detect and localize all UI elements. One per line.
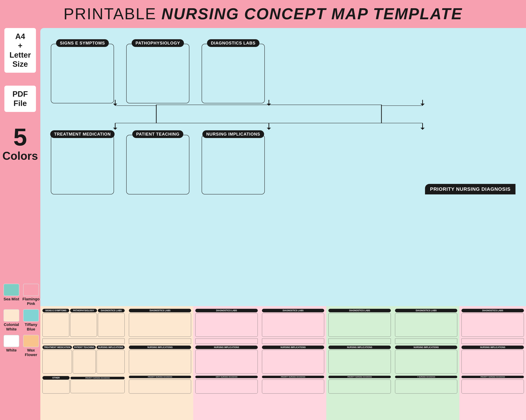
thumb1-label-patient: PATIENT TEACHING — [73, 346, 96, 349]
page-title: PRINTABLE NURSING CONCEPT MAP TEMPLATE — [0, 5, 526, 23]
svg-marker-1 — [113, 104, 117, 106]
thumb1-top-row: SIGNS E SYMPTOMS PATHOPHYSIOLOGY DIAGNOS… — [42, 309, 125, 337]
thumb7-top-row: DIAGNOSTICS LABS — [462, 309, 524, 337]
thumb1-col-patho: PATHOPHYSIOLOGY — [70, 309, 97, 337]
label-patient-teaching: PATIENT TEACHING — [132, 130, 183, 138]
swatch-label-flamingo: Flamingo Pink — [22, 297, 40, 306]
thumb5-col-diag: DIAGNOSTICS LABS — [328, 309, 391, 337]
svg-rect-6 — [156, 105, 381, 123]
colors-label: Colors — [2, 149, 38, 162]
thumb6-col-nursing: NURSING IMPLICATIONS — [395, 346, 457, 374]
thumb3-col-diag: DIAGNOSTICS LABS — [195, 309, 258, 337]
thumb1-label-treatment: TREATMENT MEDICATION — [42, 346, 72, 349]
thumb4-priority-box — [262, 380, 324, 394]
thumb4-col-nursing: NURSING IMPLICATIONS — [262, 346, 324, 374]
thumb2-col-nursing: NURSING IMPLICATIONS — [129, 346, 191, 374]
thumb7-box-diag — [462, 313, 524, 337]
color-swatches: Sea Mist Flamingo Pink Colonial White Ti… — [3, 284, 39, 357]
swatch-box-flamingo — [23, 284, 39, 296]
divider-1 — [6, 78, 34, 80]
concept-map: SIGNS E SYMPTOMS PATHOPHYSIOLOGY DIAGNOS… — [51, 37, 516, 195]
thumbnail-5: DIAGNOSTICS LABS NURSING IMPLICATIONS PR… — [326, 306, 393, 420]
thumb7-priority-box — [462, 380, 524, 394]
thumb3-box-nursing — [195, 350, 258, 374]
thumb1-label-patho: PATHOPHYSIOLOGY — [70, 309, 97, 312]
thumb1-box-nursing — [97, 350, 125, 374]
thumb1-col-treatment: TREATMENT MEDICATION — [42, 346, 72, 374]
thumb6-col-diag: DIAGNOSTICS LABS — [395, 309, 457, 337]
swatch-colonial: Colonial White — [3, 309, 19, 332]
thumb6-center — [395, 339, 457, 344]
title-regular: PRINTABLE — [63, 5, 161, 23]
thumb5-priority-box — [328, 380, 391, 394]
thumb7-box-nursing — [462, 350, 524, 374]
thumb6-priority-label: Y NURSING DIAGNOSIS — [395, 376, 457, 378]
thumb1-box-patient — [73, 350, 96, 374]
box-pathophysiology: PATHOPHYSIOLOGY — [126, 44, 189, 103]
thumb7-label-diag: DIAGNOSTICS LABS — [462, 309, 524, 312]
thumb1-other-col: OTHER — [42, 376, 70, 394]
priority-diagnosis-label: PRIORITY NURSING DIAGNOSIS — [425, 184, 516, 195]
thumb1-box-patho — [70, 313, 97, 337]
thumb5-col-nursing: NURSING IMPLICATIONS — [328, 346, 391, 374]
thumb1-box-diag — [98, 313, 125, 337]
thumb2-center — [129, 339, 191, 344]
thumb4-top-row: DIAGNOSTICS LABS — [262, 309, 324, 337]
thumb1-label-nursing: NURSING IMPLICATIONS — [97, 346, 125, 349]
thumbnail-3: DIAGNOSTICS LABS NURSING IMPLICATIONS OR… — [193, 306, 260, 420]
box-patient-teaching: PATIENT TEACHING — [126, 135, 189, 195]
swatch-label-wax: Wax Flower — [22, 348, 40, 357]
thumb4-col-diag: DIAGNOSTICS LABS — [262, 309, 324, 337]
thumb1-box-treatment — [42, 350, 72, 374]
svg-marker-12 — [420, 128, 425, 130]
thumb6-priority-box — [395, 380, 457, 394]
thumb7-col-nursing: NURSING IMPLICATIONS — [462, 346, 524, 374]
thumb5-priority-label: PRIORITY NURSING DIAGNOSIS — [328, 376, 391, 378]
thumb4-bottom-row: NURSING IMPLICATIONS — [262, 346, 324, 374]
svg-marker-8 — [113, 128, 117, 130]
thumb3-center — [195, 339, 258, 344]
label-signs-symptoms: SIGNS E SYMPTOMS — [56, 39, 109, 47]
thumb1-priority-box — [71, 379, 125, 393]
box-diagnostics: DIAGNOSTICS LABS — [202, 44, 265, 103]
size-label: A4+LetterSize — [6, 32, 34, 69]
thumb7-label-nursing: NURSING IMPLICATIONS — [462, 346, 524, 349]
swatch-label-sea-mist: Sea Mist — [3, 297, 19, 302]
box-treatment: TREATMENT MEDICATION — [51, 135, 114, 195]
swatch-label-colonial: Colonial White — [3, 322, 19, 332]
thumb1-label-diag: DIAGNOSTICS LABS — [98, 309, 125, 312]
thumbnail-7: DIAGNOSTICS LABS NURSING IMPLICATIONS PR… — [459, 306, 526, 420]
thumb1-priority-col: PRIORITY NURSING DIAGNOSIS — [71, 376, 125, 394]
thumb5-label-diag: DIAGNOSTICS LABS — [328, 309, 391, 312]
header: PRINTABLE NURSING CONCEPT MAP TEMPLATE — [0, 0, 526, 26]
thumb1-box-signs — [42, 313, 69, 337]
label-treatment: TREATMENT MEDICATION — [50, 130, 114, 138]
thumbnail-1: SIGNS E SYMPTOMS PATHOPHYSIOLOGY DIAGNOS… — [40, 306, 127, 420]
swatch-flamingo: Flamingo Pink — [22, 284, 40, 306]
divider-2 — [6, 117, 34, 120]
box-nursing-implications: NURSING IMPLICATIONS — [202, 135, 265, 195]
thumb3-bottom-row: NURSING IMPLICATIONS — [195, 346, 258, 374]
swatch-box-tiffany — [23, 309, 39, 322]
thumb5-center — [328, 339, 391, 344]
file-label: PDFFile — [6, 89, 34, 108]
thumbnail-row: SIGNS E SYMPTOMS PATHOPHYSIOLOGY DIAGNOS… — [40, 306, 526, 420]
main-area: SIGNS E SYMPTOMS PATHOPHYSIOLOGY DIAGNOS… — [40, 28, 526, 420]
swatch-box-white — [3, 335, 19, 347]
svg-marker-3 — [267, 104, 271, 106]
file-info: PDFFile — [4, 86, 36, 112]
thumb1-other-box — [42, 380, 70, 394]
thumb1-priority-label: PRIORITY NURSING DIAGNOSIS — [71, 377, 125, 379]
thumb5-top-row: DIAGNOSTICS LABS — [328, 309, 391, 337]
swatch-label-white: White — [6, 348, 17, 352]
thumb2-bottom-row: NURSING IMPLICATIONS — [129, 346, 191, 374]
svg-marker-10 — [267, 128, 271, 130]
thumb4-label-diag: DIAGNOSTICS LABS — [262, 309, 324, 312]
swatch-box-wax — [23, 335, 39, 347]
thumb2-box-nursing — [129, 350, 191, 374]
title-bold: NURSING CONCEPT MAP TEMPLATE — [162, 5, 463, 23]
thumb1-label-signs: SIGNS E SYMPTOMS — [42, 309, 69, 312]
thumb3-priority-box — [195, 380, 258, 394]
swatch-sea-mist: Sea Mist — [3, 284, 19, 306]
thumb4-center — [262, 339, 324, 344]
